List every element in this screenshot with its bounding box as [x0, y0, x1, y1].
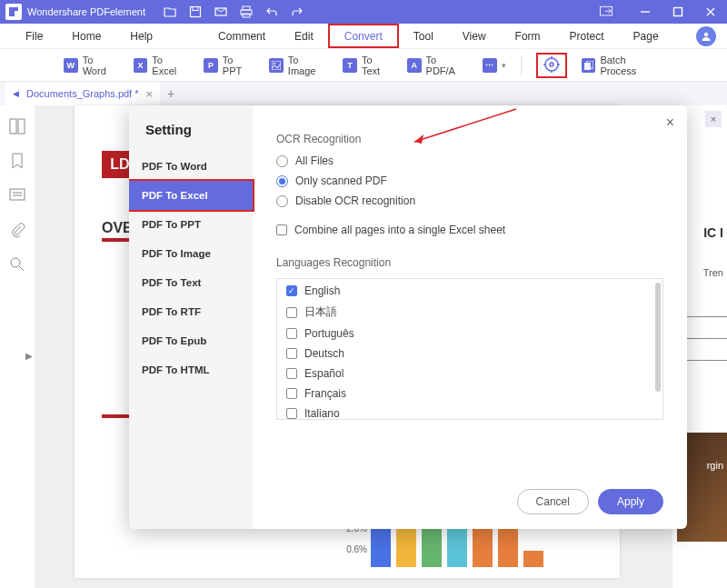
to-image-button[interactable]: To Image [269, 55, 328, 76]
chart-y-labels: 2.6% 0.6% [331, 523, 367, 565]
lang-german[interactable]: Deutsch [286, 347, 653, 360]
lang-english[interactable]: English [286, 284, 653, 297]
ocr-disable-option[interactable]: Disable OCR recognition [276, 194, 663, 207]
svg-rect-22 [10, 189, 25, 200]
user-avatar[interactable] [696, 26, 716, 46]
menu-protect[interactable]: Protect [555, 24, 619, 48]
menu-help[interactable]: Help [115, 24, 167, 48]
menu-view[interactable]: View [448, 24, 501, 48]
app-logo-icon [5, 4, 22, 20]
convert-settings-dialog: Setting PDF To Word PDF To Excel PDF To … [129, 105, 687, 529]
open-icon[interactable] [164, 5, 176, 18]
sidebar-pdf-to-word[interactable]: PDF To Word [129, 152, 253, 181]
svg-rect-20 [10, 119, 16, 134]
convert-toolbar: WTo Word XTo Excel PTo PPT To Image TTo … [0, 49, 727, 82]
to-text-button[interactable]: TTo Text [343, 55, 393, 76]
convert-settings-button[interactable] [536, 53, 567, 78]
sidebar-pdf-to-html[interactable]: PDF To HTML [129, 355, 253, 384]
document-tab[interactable]: ◀ Documents_Graphs.pdf * × [5, 82, 160, 105]
radio-icon [276, 175, 288, 187]
dialog-main: × OCR Recognition All Files Only scanned… [253, 105, 687, 529]
app-title: Wondershare PDFelement [27, 6, 145, 17]
to-pdfa-button[interactable]: ATo PDF/A [407, 55, 468, 76]
menu-convert[interactable]: Convert [328, 24, 399, 48]
maximize-button[interactable] [662, 0, 694, 24]
redo-icon[interactable] [291, 5, 304, 18]
menu-home[interactable]: Home [57, 24, 115, 48]
print-icon[interactable] [240, 5, 253, 18]
ocr-all-files-option[interactable]: All Files [276, 154, 663, 167]
svg-rect-1 [193, 7, 198, 11]
collapse-rail-icon[interactable]: ▶ [25, 351, 33, 361]
language-list[interactable]: English 日本語 Português Deutsch Español Fr… [276, 278, 663, 420]
right-text-3: rgin [707, 460, 723, 471]
dialog-buttons: Cancel Apply [517, 489, 663, 514]
checkbox-icon [286, 348, 297, 359]
menu-edit[interactable]: Edit [280, 24, 328, 48]
mail-icon[interactable] [214, 5, 227, 18]
to-image-label: To Image [288, 55, 328, 76]
right-text-2: Tren [703, 267, 723, 278]
side-panel-close-icon[interactable]: × [705, 111, 722, 127]
sidebar-pdf-to-text[interactable]: PDF To Text [129, 268, 253, 297]
checkbox-icon [286, 368, 297, 379]
search-icon[interactable] [9, 256, 25, 273]
lang-portuguese[interactable]: Português [286, 327, 653, 340]
thumbnails-icon[interactable] [9, 118, 25, 135]
menu-page[interactable]: Page [619, 24, 673, 48]
to-text-label: To Text [362, 55, 393, 76]
sidebar-pdf-to-ppt[interactable]: PDF To PPT [129, 210, 253, 239]
lang-french[interactable]: Français [286, 387, 653, 400]
lang-japanese[interactable]: 日本語 [286, 304, 653, 320]
sidebar-pdf-to-excel[interactable]: PDF To Excel [129, 181, 253, 210]
undo-icon[interactable] [265, 5, 278, 18]
save-icon[interactable] [189, 5, 202, 18]
to-word-button[interactable]: WTo Word [64, 55, 119, 76]
menu-tool[interactable]: Tool [399, 24, 448, 48]
lang-spanish[interactable]: Español [286, 367, 653, 380]
tab-caret-icon: ◀ [13, 89, 19, 98]
apply-button[interactable]: Apply [598, 489, 663, 514]
to-excel-button[interactable]: XTo Excel [134, 55, 189, 76]
to-ppt-label: To PPT [223, 55, 254, 76]
tab-close-icon[interactable]: × [146, 87, 154, 101]
share-icon[interactable] [600, 5, 612, 18]
combine-pages-checkbox[interactable]: Combine all pages into a single Excel sh… [276, 224, 663, 236]
lang-label: Français [304, 387, 346, 400]
text-icon: T [343, 58, 357, 73]
bar [422, 525, 442, 567]
close-window-button[interactable] [694, 0, 727, 24]
menu-file[interactable]: File [11, 24, 57, 48]
comments-icon[interactable] [9, 187, 25, 204]
language-scrollbar[interactable] [655, 283, 661, 392]
menu-form[interactable]: Form [501, 24, 555, 48]
sidebar-pdf-to-epub[interactable]: PDF To Epub [129, 326, 253, 355]
ocr-scanned-option[interactable]: Only scanned PDF [276, 174, 663, 187]
bookmark-icon[interactable] [9, 153, 25, 169]
lang-italian[interactable]: Italiano [286, 407, 653, 420]
right-rule [682, 316, 727, 317]
attachment-icon[interactable] [9, 222, 25, 238]
checkbox-icon [286, 285, 297, 296]
sidebar-pdf-to-rtf[interactable]: PDF To RTF [129, 297, 253, 326]
svg-rect-3 [243, 6, 250, 10]
ocr-scanned-label: Only scanned PDF [295, 174, 387, 187]
titlebar-quick-icons [164, 5, 304, 18]
more-formats-button[interactable]: ⋯▾ [483, 58, 506, 73]
right-text-1: IC I [703, 225, 723, 240]
bar [523, 551, 543, 567]
add-tab-button[interactable]: + [167, 86, 174, 101]
left-panel-rail [0, 105, 35, 273]
to-ppt-button[interactable]: PTo PPT [204, 55, 254, 76]
sidebar-pdf-to-image[interactable]: PDF To Image [129, 239, 253, 268]
cancel-button[interactable]: Cancel [517, 489, 589, 514]
menu-comment[interactable]: Comment [204, 24, 280, 48]
batch-process-button[interactable]: Batch Process [582, 55, 663, 76]
dialog-close-icon[interactable]: × [666, 115, 674, 131]
lang-label: Deutsch [304, 347, 344, 360]
ocr-all-label: All Files [295, 154, 334, 167]
svg-point-11 [274, 63, 275, 65]
menubar: File Home Help Comment Edit Convert Tool… [0, 24, 727, 49]
minimize-button[interactable] [629, 0, 662, 24]
checkbox-icon [286, 408, 297, 419]
